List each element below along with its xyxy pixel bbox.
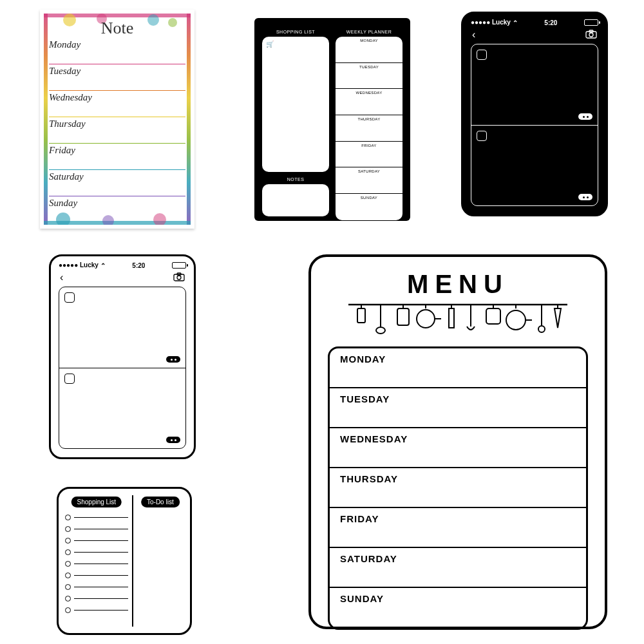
svg-rect-22	[486, 308, 500, 324]
shopping-line[interactable]	[65, 535, 128, 546]
drag-handle-icon[interactable]	[578, 113, 592, 120]
bullet-icon	[65, 549, 71, 555]
checkbox-icon[interactable]	[64, 374, 75, 384]
shopping-line[interactable]	[65, 523, 128, 535]
camera-icon[interactable]	[173, 272, 185, 283]
cart-icon: 🛒	[266, 41, 274, 48]
svg-point-24	[538, 326, 545, 332]
menu-day[interactable]: WEDNESDAY	[330, 428, 586, 468]
planner-day[interactable]: THURSDAY	[336, 115, 402, 142]
shopping-list-header: Shopping List	[71, 497, 122, 507]
clock: 5:20	[132, 262, 145, 269]
status-bar: Lucky 5:20	[51, 256, 194, 271]
list-item[interactable]	[471, 125, 598, 205]
phone-mock-light: Lucky 5:20 ‹	[49, 254, 196, 459]
checkbox-icon[interactable]	[477, 50, 487, 60]
drag-handle-icon[interactable]	[166, 356, 180, 363]
notes-header: NOTES	[262, 177, 329, 182]
svg-point-21	[417, 310, 435, 328]
svg-rect-0	[44, 14, 48, 225]
checkbox-icon[interactable]	[64, 292, 75, 303]
clock: 5:20	[544, 19, 557, 26]
svg-point-15	[177, 276, 181, 279]
weekly-planner-box: MONDAY TUESDAY WEDNESDAY THURSDAY FRIDAY…	[336, 37, 402, 220]
shopping-todo-card: Shopping List To-Do list	[57, 487, 192, 635]
nav-bar: ‹	[463, 28, 606, 44]
bullet-icon	[65, 596, 71, 601]
drag-handle-icon[interactable]	[166, 437, 180, 443]
planner-day[interactable]: TUESDAY	[336, 63, 402, 90]
note-title: Note	[40, 19, 194, 38]
bullet-icon	[65, 515, 71, 520]
menu-day[interactable]: FRIDAY	[330, 508, 586, 548]
note-day-label: Monday	[49, 39, 80, 50]
menu-title: MENU	[328, 270, 588, 299]
planner-day[interactable]: WEDNESDAY	[336, 89, 402, 115]
note-day-label: Thursday	[49, 118, 86, 129]
back-icon[interactable]: ‹	[472, 30, 475, 40]
list-item[interactable]	[59, 368, 185, 448]
note-day-label: Wednesday	[49, 92, 92, 103]
list-item[interactable]	[471, 44, 598, 125]
battery-icon	[584, 19, 598, 26]
phone-mock-dark: Lucky 5:20 ‹	[461, 12, 608, 216]
svg-rect-2	[44, 14, 191, 17]
menu-day[interactable]: TUESDAY	[330, 388, 586, 428]
svg-rect-18	[357, 308, 365, 323]
note-day-label: Saturday	[49, 171, 84, 182]
weekly-planner-card: SHOPPING LIST 🛒 NOTES WEEKLY PLANNER MON…	[254, 18, 410, 221]
list-item[interactable]	[59, 287, 185, 368]
menu-week-list: MONDAY TUESDAY WEDNESDAY THURSDAY FRIDAY…	[328, 346, 588, 630]
shopping-line[interactable]	[65, 569, 128, 581]
menu-day[interactable]: SUNDAY	[330, 588, 586, 628]
svg-point-19	[376, 327, 385, 334]
note-planner-card: Note Monday Tuesday Wednesday Thursday F…	[40, 10, 194, 229]
bullet-icon	[65, 526, 71, 532]
content-list	[59, 287, 186, 449]
bullet-icon	[65, 584, 71, 590]
checkbox-icon[interactable]	[477, 131, 487, 141]
content-list	[471, 44, 598, 206]
carrier-label: Lucky	[471, 19, 518, 26]
shopping-line[interactable]	[65, 592, 128, 604]
menu-day[interactable]: SATURDAY	[330, 548, 586, 588]
svg-point-23	[506, 310, 526, 330]
todo-column[interactable]: To-Do list	[137, 495, 184, 627]
shopping-line[interactable]	[65, 558, 128, 569]
status-bar: Lucky 5:20	[463, 14, 606, 28]
shopping-column: Shopping List	[65, 495, 133, 627]
note-week-list: Monday Tuesday Wednesday Thursday Friday…	[49, 38, 185, 218]
svg-point-12	[589, 33, 593, 37]
shopping-line[interactable]	[65, 546, 128, 558]
weekly-planner-header: WEEKLY PLANNER	[336, 30, 402, 34]
bullet-icon	[65, 561, 71, 567]
planner-day[interactable]: SUNDAY	[336, 194, 402, 220]
svg-rect-1	[187, 14, 191, 225]
note-day-label: Tuesday	[49, 66, 80, 77]
back-icon[interactable]: ‹	[60, 272, 63, 283]
shopping-list-header: SHOPPING LIST	[262, 30, 329, 34]
notes-box[interactable]	[262, 184, 329, 216]
planner-day[interactable]: MONDAY	[336, 37, 402, 63]
bullet-icon	[65, 573, 71, 578]
battery-icon	[172, 262, 186, 269]
shopping-line[interactable]	[65, 581, 128, 592]
camera-icon[interactable]	[585, 30, 597, 40]
drag-handle-icon[interactable]	[578, 194, 592, 200]
note-day-label: Sunday	[49, 198, 77, 209]
note-day-label: Friday	[49, 145, 75, 156]
planner-day[interactable]: FRIDAY	[336, 142, 402, 168]
menu-planner-card: MENU MONDAY TUESDAY WEDNESDAY THURSDAY F…	[308, 254, 607, 629]
menu-day[interactable]: THURSDAY	[330, 468, 586, 508]
bullet-icon	[65, 538, 71, 544]
bullet-icon	[65, 607, 71, 613]
shopping-line[interactable]	[65, 604, 128, 616]
shopping-line[interactable]	[65, 511, 128, 523]
todo-list-header: To-Do list	[141, 497, 180, 507]
planner-day[interactable]: SATURDAY	[336, 167, 402, 194]
nav-bar: ‹	[51, 271, 194, 287]
menu-day[interactable]: MONDAY	[330, 348, 586, 388]
svg-rect-20	[397, 308, 409, 325]
shopping-list-box[interactable]: 🛒	[262, 37, 329, 172]
kitchen-utensils-icon	[328, 298, 588, 343]
